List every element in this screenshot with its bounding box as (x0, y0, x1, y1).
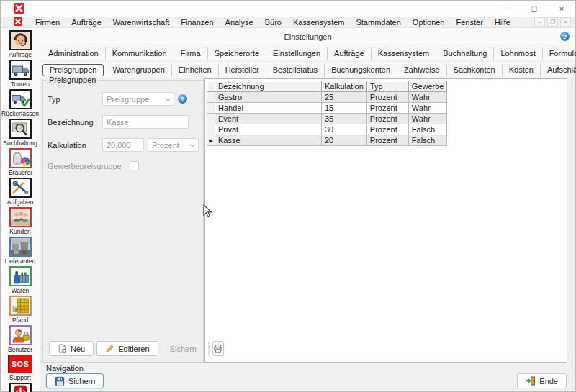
navigation-sichern-button[interactable]: Sichern (46, 373, 104, 388)
tab-buchungskonten[interactable]: Buchungskonten (325, 64, 397, 76)
tab-formulare[interactable]: Formulare (543, 47, 576, 60)
tab-lohnmost[interactable]: Lohnmost (494, 47, 542, 60)
sidebar-item-label: Rückerfassen (1, 110, 39, 117)
table-row[interactable]: ▶ Handel 15 Prozent Wahr (207, 103, 447, 114)
bottom-bar: Navigation Sichern Ende (40, 363, 575, 391)
tab-kosten[interactable]: Kosten (503, 64, 541, 76)
menu-item-stammdaten[interactable]: Stammdaten (350, 18, 406, 27)
sidebar-item-kunden[interactable]: Kunden (1, 207, 40, 235)
menu-item-warenwirtschaft[interactable]: Warenwirtschaft (107, 18, 175, 27)
sidebar-item-buchhaltung[interactable]: Buchhaltung (1, 119, 40, 147)
table-header-kalkulation[interactable]: Kalkulation (322, 81, 367, 92)
mdi-minimize-button[interactable]: – (534, 17, 545, 27)
sidebar-item-label: Aufgaben (7, 199, 33, 206)
sidebar-item-aufgaben[interactable]: Aufgaben (1, 178, 40, 206)
gewerbepreisgruppe-checkbox[interactable] (130, 161, 139, 170)
truck-check-icon (9, 89, 32, 109)
document-header: Einstellungen ? (40, 28, 575, 45)
sidebar-item-auftraege[interactable]: Aufträge (1, 30, 40, 58)
typ-field: Typ Preisgruppe ? (48, 92, 199, 106)
help-icon[interactable]: ? (560, 32, 570, 41)
sidebar-item-lieferanten[interactable]: Lieferanten (1, 237, 40, 265)
neu-button[interactable]: Neu (49, 341, 94, 356)
price-group-form-panel: Preisgruppen Typ Preisgruppe ? Bezeichnu… (40, 78, 204, 363)
row-selector-arrow: ▶ (207, 138, 215, 143)
menu-item-aufträge[interactable]: Aufträge (66, 18, 107, 27)
tab-buchhaltung[interactable]: Buchhaltung (436, 47, 494, 60)
bottles-crate-icon (9, 266, 32, 286)
menu-item-fenster[interactable]: Fenster (451, 18, 489, 27)
sidebar-item-support[interactable]: SOS Support (1, 355, 40, 381)
kalkulation-label: Kalkulation (48, 141, 102, 150)
ende-button[interactable]: Ende (517, 373, 567, 388)
sidebar-item-touren[interactable]: Touren (1, 60, 40, 88)
kalkulation-unit-select[interactable]: Prozent (148, 138, 199, 152)
tab-firma[interactable]: Firma (174, 47, 208, 60)
bezeichnung-input[interactable] (102, 115, 189, 129)
kalkulation-input[interactable] (102, 138, 144, 152)
editieren-button[interactable]: Editieren (96, 341, 158, 356)
tab-warengruppen[interactable]: Warengruppen (106, 64, 171, 76)
tab-row-hilfstabellen: PreisgruppenWarengruppenEinheitenHerstel… (40, 62, 575, 78)
table-row[interactable]: ▶ Gastro 25 Prozent Wahr (207, 92, 447, 103)
page-title: Einstellungen (284, 32, 331, 41)
close-button[interactable]: × (548, 1, 575, 17)
gewerbe-field: Gewerbepreisgruppe (48, 161, 199, 170)
bezeichnung-label: Bezeichnung (48, 118, 102, 127)
sidebar-item-label: Benutzer (8, 346, 32, 353)
tab-kassensystem[interactable]: Kassensystem (372, 47, 437, 60)
power-icon (9, 383, 32, 392)
menu-item-finanzen[interactable]: Finanzen (175, 18, 219, 27)
menu-item-analyse[interactable]: Analyse (220, 18, 259, 27)
record-actions: Neu Editieren Sichern (46, 339, 200, 359)
tab-preisgruppen[interactable]: Preisgruppen (42, 64, 104, 76)
pencil-icon (105, 344, 114, 353)
sidebar-item-label: Touren (11, 81, 30, 88)
sidebar-item-label: Aufträge (9, 51, 32, 58)
typ-help-icon[interactable]: ? (178, 94, 187, 104)
table-header-typ[interactable]: Typ (366, 81, 408, 92)
sidebar-item-rueckerfassen[interactable]: Rückerfassen (1, 89, 40, 117)
table-row[interactable]: ▶ Privat 30 Prozent Falsch (207, 124, 447, 135)
sidebar-item-label: Waren (12, 287, 30, 294)
table-row[interactable]: ▶ Event 35 Prozent Wahr (207, 114, 447, 124)
save-floppy-icon (55, 376, 65, 386)
menu-item-hilfe[interactable]: Hilfe (489, 18, 516, 27)
sidebar-item-pfand[interactable]: Pfand (1, 296, 40, 324)
sidebar-item-brauerei[interactable]: Brauerei (1, 148, 40, 176)
sidebar-item-ende[interactable]: Ende (1, 383, 40, 392)
mdi-close-button[interactable]: × (560, 17, 571, 27)
tab-aufträge[interactable]: Aufträge (328, 47, 372, 60)
table-header-gewerbe[interactable]: Gewerbe (408, 81, 447, 92)
sidebar-item-waren[interactable]: Waren (1, 266, 40, 294)
tab-einheiten[interactable]: Einheiten (172, 64, 219, 76)
typ-select[interactable]: Preisgruppe (102, 92, 174, 106)
menu-item-firmen[interactable]: Firmen (30, 18, 66, 27)
tab-hersteller[interactable]: Hersteller (219, 64, 266, 76)
table-header-bezeichnung[interactable]: Bezeichnung (215, 81, 322, 92)
sidebar-item-label: Buchhaltung (3, 140, 37, 147)
menu-item-optionen[interactable]: Optionen (407, 18, 451, 27)
table-row[interactable]: ▶ Kasse 20 Prozent Falsch (207, 135, 447, 146)
minimize-button[interactable]: ─ (493, 1, 521, 17)
maximize-button[interactable]: □ (521, 1, 548, 17)
tab-speicherorte[interactable]: Speicherorte (208, 47, 266, 60)
tab-aufschläge[interactable]: Aufschläge (541, 64, 576, 76)
crates-icon (9, 296, 32, 316)
tab-kommunikation[interactable]: Kommunikation (106, 47, 174, 60)
tab-administration[interactable]: Administration (42, 47, 106, 60)
menu-item-büro[interactable]: Büro (259, 18, 287, 27)
navigation-label: Navigation (40, 363, 575, 373)
tab-bestellstatus[interactable]: Bestellstatus (266, 64, 325, 76)
sidebar-item-benutzer[interactable]: Benutzer (1, 325, 40, 353)
mdi-restore-button[interactable]: ❐ (547, 17, 558, 27)
tab-sachkonten[interactable]: Sachkonten (447, 64, 503, 76)
tools-icon (9, 178, 32, 198)
menu-item-kassensystem[interactable]: Kassensystem (287, 18, 351, 27)
print-button[interactable] (212, 341, 224, 356)
table-header-row: Bezeichnung Kalkulation Typ Gewerbe (207, 81, 447, 92)
sidebar: Aufträge Touren Rückerfassen Buchhaltung (1, 28, 40, 391)
kalkulation-field: Kalkulation Prozent (48, 138, 199, 152)
tab-zahlweise[interactable]: Zahlweise (397, 64, 447, 76)
tab-einstellungen[interactable]: Einstellungen (266, 47, 328, 60)
